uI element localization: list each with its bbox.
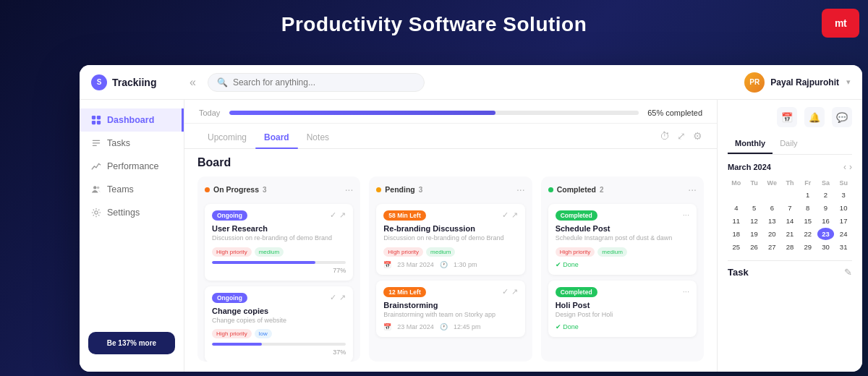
col-more-pending[interactable]: ··· [516, 184, 525, 195]
right-panel-icons: 📅 🔔 💬 [728, 107, 852, 127]
cal-day-2[interactable]: 2 [817, 189, 835, 201]
done-check-5: ✔ Done [556, 261, 579, 268]
column-completed: Completed 2 ··· Completed ··· [541, 176, 704, 362]
card-icons-6: ··· [683, 287, 689, 296]
tab-board[interactable]: Board [255, 128, 298, 148]
cal-day-30[interactable]: 30 [817, 241, 835, 253]
cal-day-29[interactable]: 29 [799, 241, 817, 253]
card-icons-3: ✓ ↗ [502, 210, 518, 220]
sidebar-item-settings[interactable]: Settings [80, 201, 184, 224]
cal-day-21[interactable]: 21 [781, 228, 799, 240]
filter-icon[interactable]: ⚙ [693, 130, 702, 142]
cal-day-31[interactable]: 31 [835, 241, 852, 253]
cal-day-1[interactable]: 1 [799, 189, 817, 201]
calendar-icon-btn[interactable]: 📅 [777, 107, 797, 127]
col-more-progress[interactable]: ··· [345, 184, 354, 195]
cal-month-label: March 2024 [728, 163, 771, 171]
cal-prev-btn[interactable]: ‹ [843, 162, 846, 172]
cal-day-23[interactable]: 23 [817, 228, 835, 240]
cal-day-24[interactable]: 24 [835, 228, 852, 240]
card-header-2: Ongoing ✓ ↗ [212, 293, 346, 303]
cal-tab-monthly[interactable]: Monthly [728, 136, 773, 154]
board-area: Board On Progress 3 ··· [184, 149, 717, 372]
sidebar-item-teams[interactable]: Teams [80, 178, 184, 201]
tab-upcoming[interactable]: Upcoming [199, 128, 255, 148]
collapse-btn[interactable]: « [187, 76, 199, 89]
cal-day-3[interactable]: 3 [835, 189, 852, 201]
svg-rect-5 [93, 142, 101, 143]
cal-day-27[interactable]: 27 [763, 241, 780, 253]
cal-next-btn[interactable]: › [849, 162, 852, 172]
chat-icon-btn[interactable]: 💬 [832, 107, 852, 127]
cal-day-13[interactable]: 13 [763, 215, 780, 227]
cal-day-5[interactable]: 5 [746, 202, 763, 214]
cal-day-15[interactable]: 15 [799, 215, 817, 227]
expand-icon[interactable]: ⤢ [677, 130, 686, 142]
col-count-pending: 3 [419, 186, 423, 194]
card-title-6: Holi Post [556, 301, 689, 309]
progress-percent: 65% completed [647, 108, 702, 117]
col-count-progress: 3 [263, 186, 267, 194]
cal-day-16[interactable]: 16 [817, 215, 835, 227]
cal-day-10[interactable]: 10 [835, 202, 852, 214]
tasks-icon [91, 138, 101, 148]
card-desc-2: Change copies of website [212, 317, 346, 325]
chevron-down-icon[interactable]: ▾ [846, 77, 851, 87]
cal-day-4[interactable]: 4 [728, 202, 745, 214]
cal-day-header-sa: Sa [817, 178, 835, 188]
sidebar-promo: Be 137% more [88, 332, 175, 354]
cal-day-20[interactable]: 20 [763, 228, 780, 240]
main-layout: Dashboard Tasks Performance Teams Settin… [80, 100, 862, 372]
tag-high-3: High priority [383, 247, 423, 257]
page-header: Productivity Software Solution [0, 0, 868, 46]
card-title-1: User Research [212, 224, 346, 233]
user-name: Payal Rajpurohit [770, 77, 839, 87]
more-icon-5: ··· [683, 210, 689, 219]
progress-track [229, 111, 639, 115]
tag-high-1: High priority [212, 247, 252, 257]
search-bar[interactable]: 🔍 [208, 73, 425, 92]
col-more-completed[interactable]: ··· [688, 184, 697, 195]
sidebar-item-performance[interactable]: Performance [80, 155, 184, 178]
right-panel: 📅 🔔 💬 Monthly Daily March 2024 ‹ › [718, 100, 862, 372]
cal-day-25[interactable]: 25 [728, 241, 745, 253]
task-edit-icon[interactable]: ✎ [844, 267, 852, 278]
share-icon-4: ↗ [511, 287, 518, 296]
cal-day-8[interactable]: 8 [799, 202, 817, 214]
cal-day-19[interactable]: 19 [746, 228, 763, 240]
dashboard-icon [91, 115, 101, 125]
cal-day-14[interactable]: 14 [781, 215, 799, 227]
cal-day-18[interactable]: 18 [728, 228, 745, 240]
more-icon-6: ··· [683, 287, 689, 296]
sidebar-item-dashboard[interactable]: Dashboard [80, 108, 184, 132]
cal-day-9[interactable]: 9 [817, 202, 835, 214]
cal-day-header-fr: Fr [799, 178, 817, 188]
card-date-4: 23 Mar 2024 [397, 323, 434, 330]
sidebar-item-tasks[interactable]: Tasks [80, 132, 184, 155]
calendar-icon-3: 📅 [383, 261, 391, 268]
cal-day-empty2 [746, 189, 763, 201]
tab-notes[interactable]: Notes [298, 128, 338, 148]
cal-day-6[interactable]: 6 [763, 202, 780, 214]
done-check-6: ✔ Done [556, 323, 579, 330]
cal-tab-daily[interactable]: Daily [773, 136, 804, 154]
cal-day-17[interactable]: 17 [835, 215, 852, 227]
col-count-completed: 2 [600, 186, 604, 194]
cal-day-11[interactable]: 11 [728, 215, 745, 227]
card-user-research: Ongoing ✓ ↗ User Research Discussion on … [205, 204, 353, 281]
cal-day-12[interactable]: 12 [746, 215, 763, 227]
cal-day-26[interactable]: 26 [746, 241, 763, 253]
card-schedule-post: Completed ··· Schedule Post Schedule Ins… [548, 204, 697, 275]
column-pending: Pending 3 ··· 58 Min Left ✓ ↗ [369, 176, 532, 362]
cal-day-header-mo: Mo [728, 178, 745, 188]
cal-day-7[interactable]: 7 [781, 202, 799, 214]
search-input[interactable] [233, 77, 415, 87]
svg-point-8 [97, 187, 100, 189]
tag-med-3: medium [426, 247, 455, 257]
cal-day-28[interactable]: 28 [781, 241, 799, 253]
card-meta-4: 📅 23 Mar 2024 🕐 12:45 pm [383, 323, 517, 330]
bell-icon-btn[interactable]: 🔔 [804, 107, 825, 127]
timer-icon[interactable]: ⏱ [660, 130, 670, 142]
cal-day-22[interactable]: 22 [799, 228, 817, 240]
check-icon: ✓ [330, 210, 336, 220]
